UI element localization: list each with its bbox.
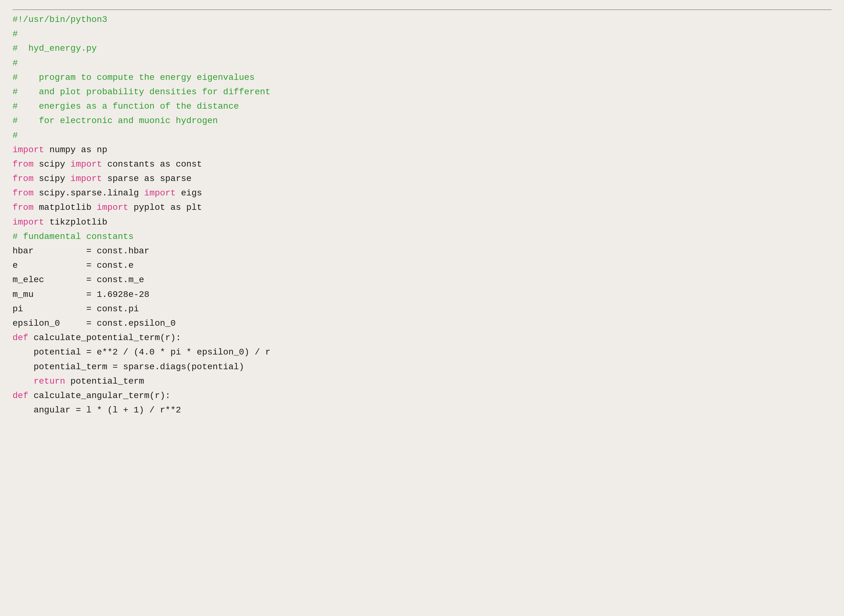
normal-text: angular = l * (l + 1) / r**2	[13, 405, 181, 415]
normal-text: m_mu = 1.6928e-28	[13, 290, 150, 299]
code-line: # program to compute the energy eigenval…	[13, 70, 831, 85]
keyword-text: from	[13, 188, 34, 198]
code-line: # fundamental constants	[13, 230, 831, 244]
code-line: return potential_term	[13, 374, 831, 389]
keyword-text: import	[70, 159, 102, 169]
keyword-text: import	[13, 145, 44, 155]
normal-text	[13, 377, 34, 386]
code-line: e = const.e	[13, 258, 831, 273]
comment-text: #	[13, 131, 18, 140]
code-line: #!/usr/bin/python3	[13, 13, 831, 27]
normal-text: e = const.e	[13, 261, 134, 270]
normal-text: tikzplotlib	[44, 217, 107, 227]
code-line: # hyd_energy.py	[13, 41, 831, 56]
comment-text: #	[13, 29, 18, 39]
code-line: def calculate_angular_term(r):	[13, 389, 831, 403]
keyword-text: return	[34, 377, 65, 386]
comment-text: # fundamental constants	[13, 232, 134, 242]
normal-text: potential = e**2 / (4.0 * pi * epsilon_0…	[13, 347, 270, 357]
code-line: from scipy.sparse.linalg import eigs	[13, 186, 831, 201]
code-line: # energies as a function of the distance	[13, 99, 831, 114]
keyword-text: import	[13, 217, 44, 227]
code-line: from scipy import sparse as sparse	[13, 172, 831, 186]
keyword-text: import	[70, 174, 102, 183]
normal-text: pi = const.pi	[13, 304, 139, 314]
keyword-text: from	[13, 159, 34, 169]
normal-text: scipy.sparse.linalg	[34, 188, 144, 198]
code-line: epsilon_0 = const.epsilon_0	[13, 316, 831, 331]
top-border	[13, 9, 831, 10]
comment-text: # and plot probability densities for dif…	[13, 87, 270, 97]
code-line: import tikzplotlib	[13, 215, 831, 230]
code-line: from scipy import constants as const	[13, 157, 831, 172]
code-line: #	[13, 56, 831, 70]
normal-text: sparse as sparse	[102, 174, 192, 183]
comment-text: # energies as a function of the distance	[13, 101, 239, 111]
code-block: #!/usr/bin/python3## hyd_energy.py## pro…	[13, 13, 831, 418]
code-line: def calculate_potential_term(r):	[13, 331, 831, 345]
comment-text: # program to compute the energy eigenval…	[13, 73, 255, 82]
keyword-text: from	[13, 174, 34, 183]
normal-text: hbar = const.hbar	[13, 246, 150, 256]
normal-text: numpy as np	[44, 145, 107, 155]
keyword-text: def	[13, 391, 28, 400]
normal-text: potential_term = sparse.diags(potential)	[13, 362, 244, 372]
code-line: potential = e**2 / (4.0 * pi * epsilon_0…	[13, 345, 831, 359]
code-line: angular = l * (l + 1) / r**2	[13, 403, 831, 418]
normal-text: m_elec = const.m_e	[13, 275, 144, 285]
keyword-text: import	[144, 188, 176, 198]
code-line: # for electronic and muonic hydrogen	[13, 114, 831, 128]
keyword-text: from	[13, 202, 34, 212]
code-line: m_elec = const.m_e	[13, 273, 831, 287]
normal-text: calculate_angular_term(r):	[28, 391, 170, 400]
normal-text: pyplot as plt	[128, 202, 202, 212]
comment-text: # for electronic and muonic hydrogen	[13, 116, 218, 126]
comment-text: # hyd_energy.py	[13, 44, 97, 53]
normal-text: eigs	[176, 188, 202, 198]
code-line: potential_term = sparse.diags(potential)	[13, 360, 831, 374]
normal-text: calculate_potential_term(r):	[28, 333, 181, 343]
normal-text: potential_term	[65, 377, 144, 386]
normal-text: matplotlib	[34, 202, 97, 212]
normal-text: scipy	[34, 174, 70, 183]
keyword-text: import	[97, 202, 128, 212]
comment-text: #	[13, 58, 18, 68]
normal-text: scipy	[34, 159, 70, 169]
code-line: # and plot probability densities for dif…	[13, 85, 831, 99]
code-line: m_mu = 1.6928e-28	[13, 287, 831, 302]
keyword-text: def	[13, 333, 28, 343]
normal-text: constants as const	[102, 159, 202, 169]
code-line: hbar = const.hbar	[13, 244, 831, 258]
code-line: #	[13, 128, 831, 143]
code-line: pi = const.pi	[13, 302, 831, 316]
code-line: import numpy as np	[13, 143, 831, 157]
code-line: from matplotlib import pyplot as plt	[13, 201, 831, 215]
normal-text: epsilon_0 = const.epsilon_0	[13, 318, 176, 328]
comment-text: #!/usr/bin/python3	[13, 15, 107, 25]
code-line: #	[13, 27, 831, 41]
